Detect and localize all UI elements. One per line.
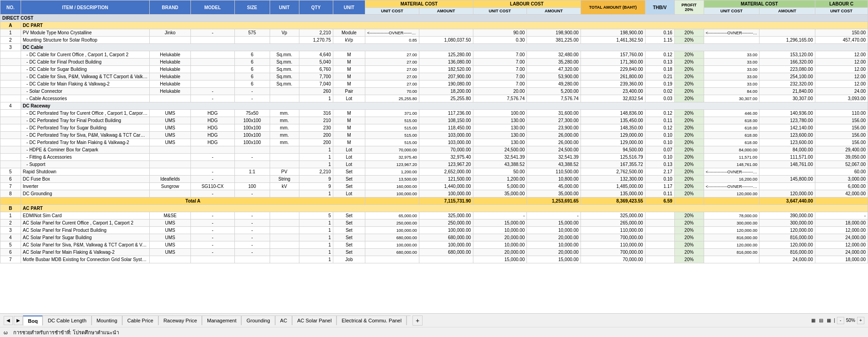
row-mat-amt: 103,000.00 bbox=[419, 132, 473, 139]
sheet-tab-dc-cable-length[interactable]: DC Cable Length bbox=[43, 316, 91, 325]
view-icon-1[interactable]: ▦ bbox=[810, 317, 816, 324]
row-size: 100x100 bbox=[234, 132, 270, 139]
table-row: 1 EDMINot Sim Card M&SE - - 5 Set 65,000… bbox=[0, 212, 868, 219]
row-item: - Cable Accessories bbox=[21, 95, 149, 102]
sheet-tab-ac-solar-panel[interactable]: AC Solar Panel bbox=[292, 316, 336, 325]
row-part-label: AC PART bbox=[21, 205, 868, 212]
row-total: 70,000.00 bbox=[580, 256, 645, 263]
row-qty: 1 bbox=[299, 190, 333, 198]
row-unit1 bbox=[270, 146, 299, 154]
row-mat-unit: 70.00 bbox=[365, 88, 419, 95]
add-sheet-button[interactable]: + bbox=[412, 316, 423, 326]
row-thbv: 0.19 bbox=[645, 80, 674, 88]
zoom-out-button[interactable]: - bbox=[837, 317, 844, 324]
table-row: - DC Perforated Tray for Main Flaking & … bbox=[0, 139, 868, 146]
row-lab-unit: 130.00 bbox=[473, 117, 527, 124]
tab-nav-prev[interactable]: ◀ bbox=[4, 316, 13, 325]
row-total: 135,450.00 bbox=[580, 117, 645, 124]
row-lab-amt: 27,300.00 bbox=[527, 117, 581, 124]
tab-nav-next[interactable]: ▶ bbox=[14, 316, 23, 325]
table-scroll[interactable]: NO. ITEM / DESCRIPTION BRAND MODEL SIZE … bbox=[0, 0, 868, 313]
row-sale-lab-unit: 3,000.00 bbox=[815, 176, 868, 183]
sheet-tab-ac[interactable]: AC bbox=[275, 316, 292, 325]
header-thbv: THB/V bbox=[645, 0, 674, 15]
row-size: - bbox=[234, 219, 270, 227]
direct-cost-row: DIRECT COST bbox=[0, 15, 868, 22]
row-size: 6 bbox=[234, 73, 270, 80]
row-brand bbox=[150, 95, 191, 102]
row-profit: 20% bbox=[674, 139, 704, 146]
header-no: NO. bbox=[0, 0, 21, 15]
row-mat-unit: 680,000.00 bbox=[365, 234, 419, 241]
row-profit: 20% bbox=[674, 241, 704, 249]
row-model: HDG bbox=[190, 110, 234, 117]
row-mat-amt: 680,000.00 bbox=[419, 249, 473, 256]
row-sale-lab-unit: 39,050.00 bbox=[815, 154, 868, 161]
row-lab-unit: 10,000.00 bbox=[473, 241, 527, 249]
sheet-tab-mounting[interactable]: Mounting bbox=[92, 316, 122, 325]
row-sale-mat-unit: 816,000.00 bbox=[704, 249, 760, 256]
row-brand: Helukable bbox=[150, 59, 191, 66]
row-unit2: Set bbox=[333, 249, 365, 256]
row-thbv: 0.21 bbox=[645, 73, 674, 80]
row-no bbox=[0, 124, 21, 132]
row-lab-unit: 7.00 bbox=[473, 51, 527, 59]
row-no bbox=[0, 95, 21, 102]
row-total: 198,900.00 bbox=[580, 29, 645, 37]
spreadsheet-container: NO. ITEM / DESCRIPTION BRAND MODEL SIZE … bbox=[0, 0, 868, 337]
row-sale-lab-unit: 29,400.00 bbox=[815, 146, 868, 154]
row-unit1 bbox=[270, 37, 299, 44]
row-model bbox=[190, 51, 234, 59]
row-thbv: 0.03 bbox=[645, 95, 674, 102]
row-brand bbox=[150, 37, 191, 44]
sheet-tab-electrical-&-commu.-panel[interactable]: Electrical & Commu. Panel bbox=[336, 316, 407, 325]
row-no bbox=[0, 51, 21, 59]
sheet-tab-cable-price[interactable]: Cable Price bbox=[122, 316, 158, 325]
row-total-amt: 8,369,423.55 bbox=[580, 198, 645, 205]
row-mat-unit: 1,200.00 bbox=[365, 168, 419, 176]
row-item: AC Solar Panel for Curent Office , Carpo… bbox=[21, 219, 149, 227]
header-sale-labour: LABOUR C bbox=[815, 0, 868, 8]
sheet-tab-wireway[interactable]: Wireway bbox=[407, 316, 411, 325]
row-lab-amt: 7,576.74 bbox=[527, 95, 581, 102]
row-lab-amt: 381,225.00 bbox=[527, 37, 581, 44]
row-no: 8 bbox=[0, 190, 21, 198]
row-mat-unit: 371.00 bbox=[365, 110, 419, 117]
row-sale-mat-amt: 30,307.00 bbox=[760, 95, 815, 102]
row-size bbox=[234, 176, 270, 183]
row-sale-lab-unit: 12.00 bbox=[815, 59, 868, 66]
row-sale-lab-unit: 18,000.00 bbox=[815, 219, 868, 227]
row-no bbox=[0, 80, 21, 88]
sheet-tab-management[interactable]: Management bbox=[202, 316, 241, 325]
row-lab-unit: 7.00 bbox=[473, 66, 527, 73]
row-qty: 1 bbox=[299, 219, 333, 227]
row-model: HDG bbox=[190, 124, 234, 132]
zoom-in-button[interactable]: + bbox=[857, 317, 864, 324]
row-sale-mat-amt: 21,840.00 bbox=[760, 88, 815, 95]
row-sale-lab-unit: 156.00 bbox=[815, 132, 868, 139]
sheet-tab-boq[interactable]: Boq bbox=[23, 316, 43, 326]
row-item: DC Grounding bbox=[21, 190, 149, 198]
row-mat-unit: 515.00 bbox=[365, 132, 419, 139]
row-group-label: DC Cable bbox=[21, 44, 868, 51]
sheet-tab-raceway-price[interactable]: Raceway Price bbox=[158, 316, 202, 325]
row-thbv bbox=[645, 219, 674, 227]
view-icon-3[interactable]: ▦ bbox=[826, 317, 832, 324]
row-brand bbox=[150, 146, 191, 154]
sheet-tab-grounding[interactable]: Grounding bbox=[241, 316, 275, 325]
row-brand: UMS bbox=[150, 227, 191, 234]
info-text: การชวยสำหรับการชำข้าที่: โปรดศึกษาคำแนะน… bbox=[13, 328, 119, 337]
row-total: 239,360.00 bbox=[580, 80, 645, 88]
row-total: 129,000.00 bbox=[580, 132, 645, 139]
row-brand: UMS bbox=[150, 234, 191, 241]
row-sale-mat-amt: 24,000.00 bbox=[760, 256, 815, 263]
row-lab-amt: 24,500.00 bbox=[527, 146, 581, 154]
row-model: - bbox=[190, 29, 234, 37]
view-icon-2[interactable]: ▤ bbox=[818, 317, 824, 324]
row-qty: 1 bbox=[299, 161, 333, 168]
subheader-sale-mat-unit: UNIT COST bbox=[704, 8, 760, 15]
row-lab-unit: 35,000.00 bbox=[473, 190, 527, 198]
row-profit: 20% bbox=[674, 212, 704, 219]
row-sale-mat-unit bbox=[704, 198, 760, 205]
row-total: 23,400.00 bbox=[580, 88, 645, 95]
